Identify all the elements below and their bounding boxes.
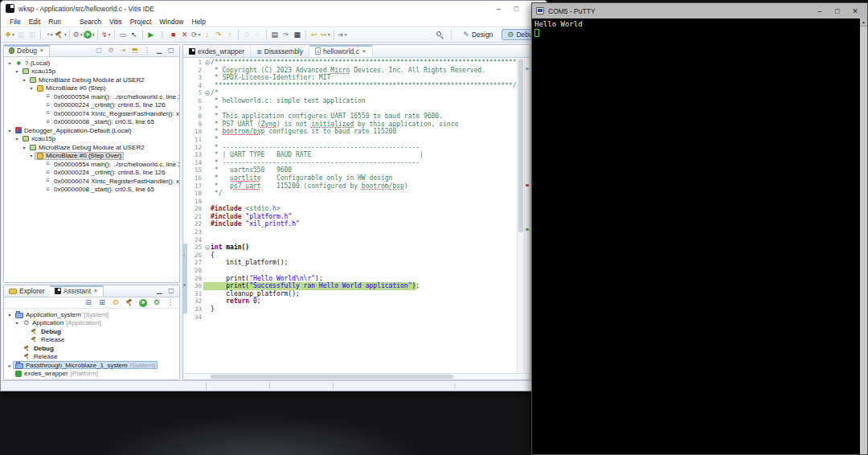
line-number[interactable]: 29 [187,275,203,283]
tree-node[interactable]: 0x00000554 main(): ../src/helloworld.c, … [4,160,179,169]
editor-horizontal-scrollbar[interactable] [183,373,530,379]
forward-button[interactable]: ↪▾ [320,29,331,41]
dropdown-arrow-icon[interactable]: ▾ [345,32,347,37]
run-button[interactable]: ▾ [84,29,95,41]
line-number[interactable]: 5 [187,89,203,97]
design-perspective-button[interactable]: ✎ Design [457,29,498,40]
line-number[interactable]: 16 [187,174,203,182]
disconnect-button[interactable]: ✕ [179,29,190,41]
maximize-button[interactable]: □ [829,5,845,17]
step-return-button[interactable]: ↑ [224,29,235,41]
fold-column[interactable] [203,244,211,252]
menu-edit[interactable]: Edit [25,18,45,26]
tree-node[interactable]: ▾xcau15p [4,135,179,144]
dropdown-arrow-icon[interactable]: ▾ [64,32,67,37]
menu-search[interactable]: Search [76,18,105,26]
line-number[interactable]: 10 [187,128,203,136]
terminate-button[interactable]: ■ [168,29,179,41]
fold-column[interactable] [203,205,211,213]
tree-node[interactable]: ▾Debugger_Application-Default (Local) [4,126,179,135]
expand-arrow-icon[interactable]: ▾ [6,312,13,318]
dropdown-arrow-icon[interactable]: ▾ [92,32,95,37]
memory-view-button[interactable]: ▦ [292,29,303,41]
line-number[interactable]: 18 [187,190,203,198]
debug-config-button[interactable]: ⚙▾ [72,29,84,41]
code-editor[interactable]: 1/**************************************… [183,58,517,373]
line-number[interactable]: 4 [187,82,203,90]
fold-column[interactable] [203,290,211,298]
fold-minus-icon[interactable] [205,245,210,250]
line-number[interactable]: 17 [187,182,203,191]
dropdown-arrow-icon[interactable]: ▾ [80,32,83,37]
close-tab-icon[interactable]: ✕ [39,47,44,54]
fold-column[interactable] [203,59,211,67]
back-button[interactable]: ↩ [309,29,320,41]
fold-column[interactable] [203,182,211,191]
expand-arrow-icon[interactable]: ▾ [6,128,13,133]
step-filters-button[interactable]: ≈ [252,29,264,41]
line-number[interactable]: 11 [187,136,203,144]
tree-node[interactable]: 0x00000008 _start(): crt0.S, line 65 [4,118,179,127]
tab-explorer[interactable]: Explorer [4,285,50,297]
fold-column[interactable] [203,105,211,113]
save-all-button[interactable]: ▥ [27,29,38,41]
expand-arrow-icon[interactable]: ▾ [21,145,27,150]
serial-terminal-button[interactable]: ▭ [117,29,129,41]
expand-arrow-icon[interactable]: ▾ [21,77,27,83]
expand-arrow-icon[interactable]: ▾ [14,320,20,326]
maximize-button[interactable]: ▢ [166,286,176,296]
editor-tab-exdes_wrapper[interactable]: exdes_wrapper [183,45,251,57]
tree-node[interactable]: 0x00000554 main(): ../src/helloworld.c, … [4,92,179,101]
fold-column[interactable] [203,259,211,267]
run-project-button[interactable] [137,297,149,309]
minimize-button[interactable]: – [812,5,828,17]
remove-all-terminated-button[interactable]: ⚙ [106,46,116,55]
restart-button[interactable]: ⟳▾ [190,29,202,41]
expand-arrow-icon[interactable]: ▾ [28,153,35,158]
editor-tab-helloworld-c[interactable]: chelloworld.c✕ [309,45,373,57]
close-button[interactable]: ✕ [847,5,863,17]
line-number[interactable]: 1 [187,59,203,67]
fold-column[interactable] [203,151,211,159]
line-number[interactable]: 3 [187,74,203,82]
fold-column[interactable] [203,67,211,75]
launch-history-button[interactable]: ◔▾ [43,29,55,41]
fold-column[interactable] [203,113,211,121]
tree-node[interactable]: 0x00000074 XIntc_RegisterFastHandler(): … [4,177,179,186]
fold-column[interactable] [203,228,211,236]
fold-column[interactable] [203,89,211,97]
tree-node[interactable]: 0x00000008 _start(): crt0.S, line 65 [4,186,179,195]
menu-window[interactable]: Window [155,18,187,26]
step-into-button[interactable]: ↓ [202,29,213,41]
line-number[interactable]: 9 [187,121,203,129]
line-number[interactable]: 23 [187,228,203,236]
fold-column[interactable] [203,252,211,260]
fold-column[interactable] [203,275,211,283]
expand-arrow-icon[interactable]: ▾ [6,60,13,66]
fold-column[interactable] [203,213,211,221]
line-number[interactable]: 31 [187,290,203,298]
fold-column[interactable] [203,144,211,152]
tree-node[interactable]: Release [4,353,179,362]
overview-ruler[interactable] [524,58,530,373]
program-flash-button[interactable]: ↯▾ [100,29,112,41]
pin-console-button[interactable]: ✑ [280,29,292,41]
fold-minus-icon[interactable] [205,91,210,96]
fold-column[interactable] [203,297,211,305]
line-number[interactable]: 26 [187,252,203,260]
tree-node[interactable]: 0x00000224 _crtinit(): crtinit.S, line 1… [4,101,179,110]
tree-node[interactable]: ▾? (Local) [4,59,179,68]
line-number[interactable]: 12 [187,144,203,152]
resume-button[interactable]: ▶ [145,29,157,41]
expand-all-button[interactable]: ⊞ [96,297,108,309]
tree-node[interactable]: ▾MicroBlaze Debug Module at USER2 [4,76,179,84]
fold-column[interactable] [203,314,211,322]
tree-node[interactable]: exdes_wrapper[Platform] [4,370,179,379]
putty-scrollbar[interactable]: ▲ [860,18,867,454]
scrollbar-thumb[interactable] [211,375,452,379]
line-number[interactable]: 19 [187,198,203,206]
line-number[interactable]: 25 [187,244,203,252]
tree-node[interactable]: Release [4,336,179,345]
tree-node[interactable]: Debug [4,327,179,336]
tree-node[interactable]: 0x00000074 XIntc_RegisterFastHandler(): … [4,109,179,118]
